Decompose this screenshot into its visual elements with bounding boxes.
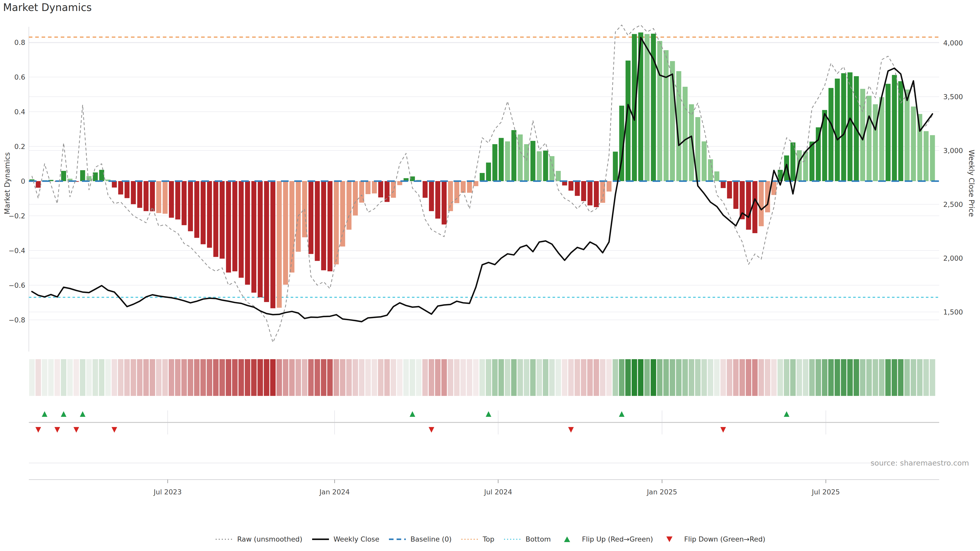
right-tick-label: 3,500 <box>943 93 963 101</box>
oscillator-bar <box>886 84 891 181</box>
oscillator-bar <box>873 104 878 181</box>
right-tick-label: 1,500 <box>943 308 963 316</box>
heatmap-cell <box>803 359 808 396</box>
oscillator-bar <box>232 181 237 272</box>
heatmap-cell <box>727 359 732 396</box>
oscillator-bar <box>245 181 250 285</box>
heatmap-cell <box>188 359 193 396</box>
heatmap-cell <box>35 359 41 396</box>
oscillator-bar <box>124 181 130 198</box>
oscillator-bar <box>486 162 491 181</box>
oscillator-bar <box>511 130 517 181</box>
oscillator-bar <box>518 135 523 181</box>
heatmap-cell <box>492 359 498 396</box>
oscillator-bar <box>841 73 846 181</box>
oscillator-bar <box>80 170 85 181</box>
flip-up-marker-icon <box>784 411 789 417</box>
chart-canvas: 0.80.60.40.20−0.2−0.4−0.6−0.84,0003,5003… <box>0 0 980 551</box>
heatmap-cell <box>258 359 263 396</box>
heatmap-cell <box>181 359 187 396</box>
heatmap-cell <box>759 359 764 396</box>
flip-up-marker-icon <box>42 411 48 417</box>
heatmap-cell <box>778 359 783 396</box>
oscillator-bar <box>543 151 548 181</box>
oscillator-bar <box>714 171 719 181</box>
heatmap-cell <box>48 359 54 396</box>
heatmap-cell <box>835 359 840 396</box>
flip-down-marker-icon <box>35 427 41 433</box>
heatmap-cell <box>327 359 333 396</box>
heatmap-cell <box>245 359 250 396</box>
oscillator-bar <box>689 104 694 181</box>
oscillator-bar <box>733 181 738 209</box>
flip-up-marker-icon <box>80 411 86 417</box>
heatmap-cell <box>99 359 105 396</box>
oscillator-bar <box>499 138 504 181</box>
heatmap-cell <box>505 359 511 396</box>
heatmap-cell <box>321 359 326 396</box>
heatmap-cell <box>429 359 434 396</box>
left-tick-label: 0.8 <box>14 38 25 46</box>
oscillator-bar <box>99 170 104 181</box>
heatmap-cell <box>721 359 726 396</box>
heatmap-cell <box>530 359 536 396</box>
oscillator-bar <box>461 181 466 193</box>
heatmap-cell <box>632 359 637 396</box>
heatmap-cell <box>137 359 143 396</box>
chart-legend: Raw (unsmoothed)Weekly CloseBaseline (0)… <box>0 535 980 543</box>
left-tick-label: 0 <box>21 177 25 185</box>
oscillator-bar <box>917 114 922 181</box>
left-tick-label: −0.4 <box>8 247 25 254</box>
heatmap-cell <box>739 359 745 396</box>
oscillator-bar <box>118 181 123 194</box>
oscillator-bar <box>752 181 757 233</box>
oscillator-bar <box>892 75 897 181</box>
heatmap-cell <box>372 359 377 396</box>
oscillator-bar <box>372 181 377 193</box>
left-tick-label: 0.4 <box>14 108 25 116</box>
flip-down-marker-icon <box>721 427 726 433</box>
flip-up-marker-icon <box>61 411 66 417</box>
oscillator-bar <box>194 181 199 238</box>
heatmap-cell <box>885 359 891 396</box>
heatmap-cell <box>892 359 897 396</box>
heatmap-cell <box>644 359 650 396</box>
heatmap-cell <box>860 359 865 396</box>
dotted-line-icon <box>503 536 522 543</box>
heatmap-cell <box>879 359 885 396</box>
legend-item-label: Baseline (0) <box>410 535 452 543</box>
heatmap-cell <box>670 359 675 396</box>
heatmap-cell <box>416 359 422 396</box>
heatmap-cell <box>765 359 770 396</box>
heatmap-cell <box>308 359 314 396</box>
heatmap-cell <box>600 359 606 396</box>
oscillator-bar <box>911 106 916 181</box>
oscillator-bar <box>429 181 434 211</box>
market-dynamics-chart-page: { "title": "Market Dynamics", "source_cr… <box>0 0 980 551</box>
right-tick-label: 2,500 <box>943 200 963 208</box>
legend-item-4: Bottom <box>503 535 551 543</box>
oscillator-bar <box>835 79 840 181</box>
heatmap-cell <box>207 359 212 396</box>
source-credit: source: sharemaestro.com <box>870 459 969 467</box>
flip-down-marker-icon <box>54 427 60 433</box>
dashed-line-icon <box>388 536 407 543</box>
flip-down-marker-icon <box>73 427 79 433</box>
legend-item-label: Top <box>483 535 495 543</box>
oscillator-bar <box>505 141 510 181</box>
heatmap-cell <box>353 359 358 396</box>
oscillator-bar <box>213 181 218 257</box>
heatmap-cell <box>422 359 428 396</box>
heatmap-cell <box>790 359 796 396</box>
heatmap-cell <box>574 359 580 396</box>
legend-item-label: Bottom <box>525 535 551 543</box>
oscillator-bar <box>188 181 193 231</box>
oscillator-bar <box>746 181 751 230</box>
heatmap-cell <box>708 359 713 396</box>
oscillator-bar <box>340 181 345 246</box>
heatmap-cell <box>841 359 846 396</box>
heatmap-cell <box>784 359 789 396</box>
right-axis-title: Weekly Close Price <box>967 145 976 222</box>
oscillator-bar <box>258 181 263 297</box>
oscillator-bar <box>905 89 910 181</box>
